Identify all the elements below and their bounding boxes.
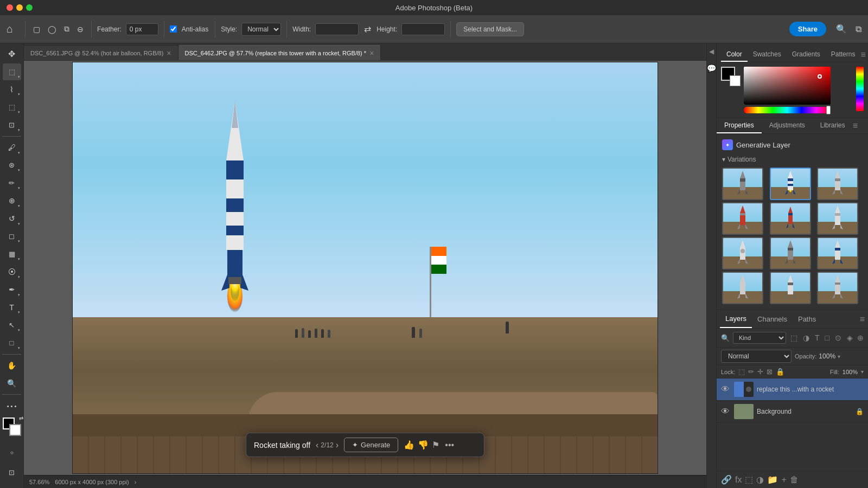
layer-pixel-btn[interactable]: ⬚ xyxy=(789,332,799,343)
dodge-tool[interactable]: ⦿▾ xyxy=(3,264,21,280)
layers-more-btn[interactable]: ≡ xyxy=(860,314,865,324)
swap-colors-icon[interactable]: ⇄ xyxy=(19,415,23,421)
blend-mode-select[interactable]: Normal xyxy=(721,350,792,363)
eyedropper-tool[interactable]: 🖋▾ xyxy=(3,139,21,156)
lock-position-icon[interactable]: ✛ xyxy=(757,368,763,376)
layer-new-btn[interactable]: + xyxy=(781,474,786,485)
arrange-btn[interactable]: ⧉ xyxy=(853,22,864,36)
thumbs-up-btn[interactable]: 👍 xyxy=(404,440,414,450)
tab-0-close[interactable]: × xyxy=(167,49,171,57)
layer-effects-btn[interactable]: fx xyxy=(735,474,742,485)
search-btn[interactable]: 🔍 xyxy=(834,22,849,36)
rainbow-strip[interactable] xyxy=(856,67,864,111)
pen-tool[interactable]: ✒▾ xyxy=(3,281,21,298)
variation-thumb-11[interactable] xyxy=(770,272,811,304)
spot-heal-tool[interactable]: ⊛▾ xyxy=(3,157,21,174)
minimize-window-btn[interactable] xyxy=(16,4,23,11)
shape-tool[interactable]: □▾ xyxy=(3,335,21,351)
variation-thumb-10[interactable] xyxy=(722,272,763,304)
properties-more-btn[interactable]: ≡ xyxy=(853,118,858,133)
history-tool[interactable]: ↺▾ xyxy=(3,210,21,227)
tab-0[interactable]: DSC_6561.JPG @ 52.4% (hot air balloon, R… xyxy=(24,45,178,60)
crop-tool[interactable]: ⊡▾ xyxy=(3,117,21,133)
home-btn[interactable]: ⌂ xyxy=(4,21,15,37)
lasso-tool[interactable]: ⌇▾ xyxy=(3,81,21,98)
lock-all-icon[interactable]: 🔒 xyxy=(776,368,784,376)
layer-shape-btn[interactable]: □ xyxy=(824,332,831,343)
path-select-tool[interactable]: ↖▾ xyxy=(3,317,21,333)
layer-link-btn[interactable]: 🔗 xyxy=(721,474,732,485)
lock-transparent-icon[interactable]: ⬚ xyxy=(738,368,745,376)
hand-tool[interactable]: ✋ xyxy=(3,357,21,374)
tab-channels[interactable]: Channels xyxy=(752,311,793,328)
layer-delete-btn[interactable]: 🗑 xyxy=(790,474,799,485)
layer-smart-btn[interactable]: ⊙ xyxy=(834,332,843,343)
flag-btn[interactable]: ⚑ xyxy=(432,440,439,450)
color-spectrum[interactable] xyxy=(744,67,831,105)
hue-slider[interactable] xyxy=(744,107,831,113)
swap-width-height-btn[interactable]: ⇄ xyxy=(362,22,373,36)
layer-visibility-0[interactable]: 👁 xyxy=(721,384,731,394)
lock-artboard-icon[interactable]: ⊠ xyxy=(767,368,773,376)
height-input[interactable] xyxy=(401,23,445,35)
screen-mode-btn[interactable]: ⊡ xyxy=(3,463,21,481)
quick-mask-btn[interactable]: ⬦ xyxy=(3,442,21,461)
antialias-checkbox[interactable] xyxy=(170,25,177,33)
generate-btn[interactable]: ✦ Generate xyxy=(344,438,398,452)
variation-thumb-8[interactable] xyxy=(770,237,811,269)
layer-item-0[interactable]: 👁 replace this ...with a rocket xyxy=(717,378,868,401)
layer-mask-btn[interactable]: ⬚ xyxy=(745,474,753,485)
variation-thumb-2[interactable] xyxy=(770,168,811,200)
prompt-more-btn[interactable]: ••• xyxy=(445,440,454,450)
lock-paint-icon[interactable]: ✏ xyxy=(748,368,754,376)
selection-ellipse-btn[interactable]: ◯ xyxy=(46,23,59,36)
comments-btn[interactable]: 💬 xyxy=(707,64,716,73)
layers-kind-select[interactable]: Kind xyxy=(733,332,786,344)
thumbs-down-btn[interactable]: 👎 xyxy=(418,440,429,450)
selection-transform-btn[interactable]: ⧉ xyxy=(62,22,72,36)
variation-thumb-5[interactable] xyxy=(770,202,811,235)
tab-properties[interactable]: Properties xyxy=(717,118,762,133)
background-color[interactable] xyxy=(9,424,21,436)
canvas-wrapper[interactable]: Rocket taking off ‹ 2/12 › ✦ Generate 👍 xyxy=(24,61,706,475)
layer-adjust-btn[interactable]: ◑ xyxy=(802,332,810,343)
close-window-btn[interactable] xyxy=(7,4,13,11)
variation-thumb-12[interactable] xyxy=(817,272,858,304)
tab-swatches[interactable]: Swatches xyxy=(748,48,787,62)
layer-fill-btn[interactable]: ◈ xyxy=(846,332,854,343)
maximize-window-btn[interactable] xyxy=(26,4,33,11)
layer-visibility-1[interactable]: 👁 xyxy=(721,407,731,416)
zoom-tool[interactable]: 🔍 xyxy=(3,375,21,392)
color-panel-more-btn[interactable]: ≡ xyxy=(860,48,865,62)
layer-type-btn[interactable]: T xyxy=(814,332,821,343)
layer-group-btn[interactable]: 📁 xyxy=(767,474,778,485)
selection-subtract-btn[interactable]: ⊖ xyxy=(75,23,86,36)
layer-item-1[interactable]: 👁 Background 🔒 xyxy=(717,401,868,423)
tab-1-close[interactable]: × xyxy=(369,49,374,57)
background-swatch[interactable] xyxy=(730,75,741,86)
object-select-tool[interactable]: ⬚▾ xyxy=(3,99,21,115)
feather-input[interactable] xyxy=(126,23,158,35)
tab-paths[interactable]: Paths xyxy=(793,311,821,328)
variation-thumb-1[interactable] xyxy=(722,168,763,200)
width-input[interactable] xyxy=(315,23,359,35)
tab-libraries[interactable]: Libraries xyxy=(813,118,853,133)
canvas-info-btn[interactable]: › xyxy=(135,479,137,485)
tab-layers[interactable]: Layers xyxy=(720,310,752,328)
variation-thumb-7[interactable] xyxy=(722,237,763,269)
more-tools-btn[interactable]: • • • xyxy=(3,397,21,414)
select-mask-btn[interactable]: Select and Mask... xyxy=(456,22,524,36)
prompt-prev-btn[interactable]: ‹ xyxy=(316,440,318,450)
marquee-tool[interactable]: ⬚▾ xyxy=(3,63,21,80)
layer-fill-btn-2[interactable]: ◑ xyxy=(756,474,764,485)
variation-thumb-9[interactable] xyxy=(817,237,858,269)
variation-thumb-4[interactable] xyxy=(722,202,763,235)
gradient-tool[interactable]: ▦▾ xyxy=(3,246,21,262)
stamp-tool[interactable]: ⊕▾ xyxy=(3,192,21,209)
variation-thumb-6[interactable] xyxy=(817,202,858,235)
tab-patterns[interactable]: Patterns xyxy=(826,48,861,62)
tab-1[interactable]: DSC_6462.JPG @ 57.7% (replace this tower… xyxy=(178,45,381,60)
text-tool[interactable]: T▾ xyxy=(3,299,21,316)
move-tool[interactable]: ✥ xyxy=(3,46,21,62)
variation-thumb-3[interactable] xyxy=(817,168,858,200)
